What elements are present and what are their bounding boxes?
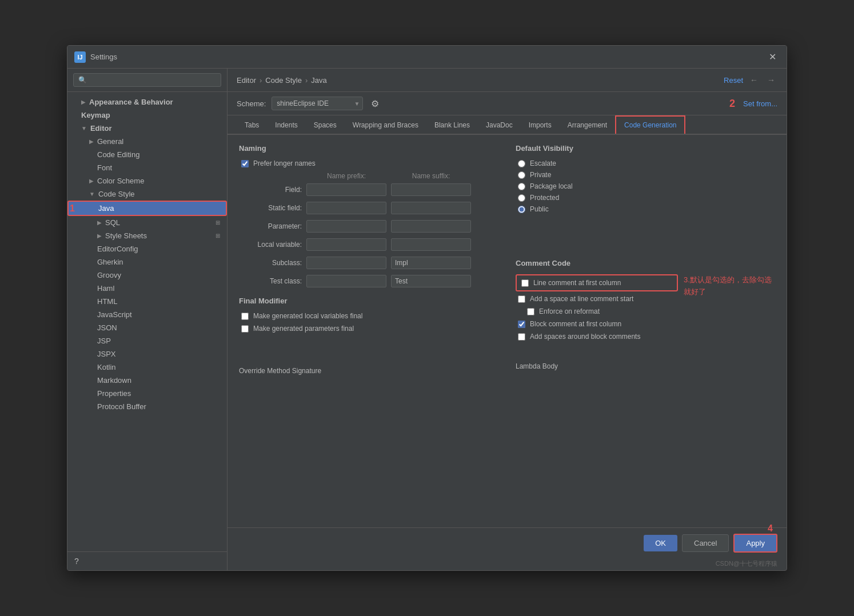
ok-button[interactable]: OK [644, 535, 677, 551]
add-spaces-block-comments-checkbox[interactable] [518, 333, 525, 341]
apply-button[interactable]: Apply [733, 534, 777, 553]
make-params-final-row: Make generated parameters final [239, 325, 498, 333]
tab-wrapping[interactable]: Wrapping and Braces [345, 117, 426, 135]
protected-label: Protected [530, 194, 559, 202]
sidebar-item-protocol-buffer[interactable]: Protocol Buffer [67, 400, 227, 413]
protected-radio[interactable] [518, 194, 525, 202]
escalate-radio[interactable] [518, 160, 525, 167]
sidebar-item-code-style[interactable]: ▼ Code Style [67, 187, 227, 201]
add-space-line-comment-label[interactable]: Add a space at line comment start [530, 295, 633, 303]
main-content: Editor › Code Style › Java Reset ← → Sch… [228, 69, 787, 570]
subclass-suffix-input[interactable] [391, 257, 471, 269]
enforce-on-reformat-checkbox[interactable] [527, 308, 534, 315]
cancel-button[interactable]: Cancel [682, 534, 729, 552]
make-local-final-checkbox[interactable] [241, 313, 249, 320]
sidebar-item-javascript[interactable]: JavaScript [67, 308, 227, 321]
tab-arrangement[interactable]: Arrangement [560, 117, 615, 135]
sidebar-item-html[interactable]: HTML [67, 295, 227, 308]
tab-imports[interactable]: Imports [521, 117, 560, 135]
block-comment-first-col-row: Block comment at first column [516, 320, 678, 328]
sidebar: ▶ Appearance & Behavior Keymap ▼ Editor … [67, 69, 228, 570]
sidebar-item-color-scheme[interactable]: ▶ Color Scheme [67, 174, 227, 187]
make-local-final-label: Make generated local variables final [253, 312, 362, 320]
field-suffix-input[interactable] [391, 183, 471, 196]
sidebar-item-markdown[interactable]: Markdown [67, 374, 227, 387]
line-comment-label[interactable]: Line comment at first column [533, 279, 621, 287]
package-local-radio[interactable] [518, 183, 525, 190]
prefer-longer-names-label[interactable]: Prefer longer names [253, 159, 316, 167]
block-comment-first-col-label[interactable]: Block comment at first column [530, 320, 621, 328]
breadcrumb-sep-1: › [260, 76, 262, 85]
tab-blank-lines[interactable]: Blank Lines [426, 117, 478, 135]
comment-code-controls: Line comment at first column Add a space… [516, 274, 678, 345]
sidebar-item-keymap[interactable]: Keymap [67, 109, 227, 122]
sidebar-item-haml[interactable]: Haml [67, 282, 227, 295]
sidebar-item-label: Font [97, 163, 112, 172]
scheme-select[interactable]: shineEclipse IDE Default IDE Style Proje… [272, 97, 363, 110]
field-prefix-input[interactable] [306, 183, 386, 196]
scheme-left: Scheme: shineEclipse IDE Default IDE Sty… [237, 97, 381, 110]
add-spaces-block-comments-label[interactable]: Add spaces around block comments [530, 333, 640, 341]
tab-spaces[interactable]: Spaces [306, 117, 345, 135]
sidebar-item-gherkin[interactable]: Gherkin [67, 255, 227, 269]
nav-forward-button[interactable]: → [765, 74, 777, 86]
tab-code-generation[interactable]: Code Generation [615, 115, 685, 135]
line-comment-checkbox[interactable] [521, 279, 529, 287]
public-label: Public [530, 205, 549, 213]
breadcrumb-bar: Editor › Code Style › Java Reset ← → [228, 69, 787, 92]
annotation-3-chinese: 3.默认是勾选的，去除勾选就好了 [684, 274, 775, 298]
names-header: Name prefix: Name suffix: [239, 172, 498, 180]
make-params-final-checkbox[interactable] [241, 325, 249, 333]
close-button[interactable]: ✕ [765, 50, 780, 63]
test-class-suffix-input[interactable] [391, 275, 471, 287]
private-radio[interactable] [518, 171, 525, 179]
add-space-line-comment-checkbox[interactable] [518, 295, 525, 303]
gear-button[interactable]: ⚙ [369, 97, 381, 110]
public-radio[interactable] [518, 206, 525, 213]
test-class-prefix-input[interactable] [306, 275, 386, 287]
local-variable-prefix-input[interactable] [306, 238, 386, 251]
sidebar-item-font[interactable]: Font [67, 161, 227, 174]
sidebar-item-jspx[interactable]: JSPX [67, 347, 227, 361]
parameter-suffix-input[interactable] [391, 220, 471, 233]
parameter-prefix-input[interactable] [306, 220, 386, 233]
sidebar-item-kotlin[interactable]: Kotlin [67, 361, 227, 374]
reset-button[interactable]: Reset [724, 76, 743, 85]
sidebar-item-java[interactable]: Java [67, 201, 227, 216]
sidebar-item-sql[interactable]: ▶ SQL ⊞ [67, 216, 227, 229]
sidebar-item-groovy[interactable]: Groovy [67, 269, 227, 282]
arrow-icon: ▼ [89, 191, 95, 197]
static-field-prefix-input[interactable] [306, 202, 386, 214]
static-field-row: Static field: [239, 202, 498, 214]
subclass-row: Subclass: [239, 257, 498, 269]
sidebar-item-general[interactable]: ▶ General [67, 135, 227, 148]
nav-back-button[interactable]: ← [748, 74, 760, 86]
tab-javadoc[interactable]: JavaDoc [478, 117, 521, 135]
tab-indents[interactable]: Indents [267, 117, 305, 135]
set-from-button[interactable]: Set from... [743, 99, 777, 108]
sidebar-item-properties[interactable]: Properties [67, 387, 227, 400]
sidebar-item-editorconfig[interactable]: EditorConfig [67, 242, 227, 255]
sidebar-item-label: Java [98, 204, 114, 213]
sidebar-item-code-editing[interactable]: Code Editing [67, 148, 227, 161]
breadcrumb: Editor › Code Style › Java [237, 76, 327, 85]
lambda-body-label: Lambda Body [516, 362, 775, 370]
sidebar-item-editor[interactable]: ▼ Editor [67, 122, 227, 135]
breadcrumb-java: Java [311, 76, 326, 85]
enforce-on-reformat-label[interactable]: Enforce on reformat [539, 307, 600, 315]
block-comment-first-col-checkbox[interactable] [518, 321, 525, 328]
help-button[interactable]: ? [74, 557, 79, 566]
sidebar-item-jsp[interactable]: JSP [67, 334, 227, 347]
prefer-longer-names-checkbox[interactable] [241, 160, 249, 167]
sidebar-bottom: ? [67, 551, 227, 570]
field-label: Field: [239, 186, 302, 194]
sidebar-item-json[interactable]: JSON [67, 321, 227, 334]
static-field-suffix-input[interactable] [391, 202, 471, 214]
radio-protected-row: Protected [516, 194, 775, 202]
sidebar-item-style-sheets[interactable]: ▶ Style Sheets ⊞ [67, 229, 227, 242]
sidebar-item-appearance[interactable]: ▶ Appearance & Behavior [67, 95, 227, 109]
subclass-prefix-input[interactable] [306, 257, 386, 269]
tab-tabs[interactable]: Tabs [237, 117, 267, 135]
search-input[interactable] [73, 73, 221, 87]
local-variable-suffix-input[interactable] [391, 238, 471, 251]
